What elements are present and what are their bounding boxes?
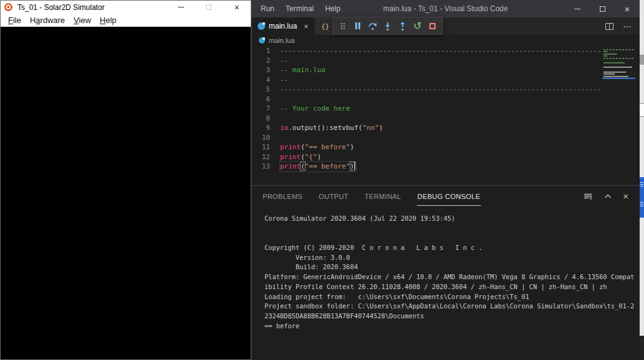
- gripper-icon: [340, 22, 345, 30]
- simulator-window-title: Ts_01 - Solar2D Simulator: [17, 3, 105, 12]
- code-editor[interactable]: 1---------------------------------------…: [251, 45, 640, 185]
- breadcrumb-item-file[interactable]: main.lua: [269, 37, 295, 44]
- line-number[interactable]: 2: [251, 56, 270, 66]
- code-line[interactable]: 2--: [251, 56, 601, 66]
- step-out-button[interactable]: [395, 18, 410, 34]
- code-line[interactable]: 5---------------------------------------…: [251, 85, 601, 95]
- solar2d-simulator-window: Ts_01 - Solar2D Simulator × FileHardware…: [0, 0, 251, 360]
- line-number[interactable]: 7: [251, 104, 270, 114]
- tab-main-lua[interactable]: main.lua ×: [251, 17, 315, 35]
- more-actions-icon[interactable]: ⋯: [623, 22, 632, 30]
- line-number[interactable]: 12: [251, 152, 270, 162]
- screen: RunTerminalHelp main.lua - Ts_01 - Visua…: [0, 0, 644, 360]
- step-into-button[interactable]: [380, 18, 395, 34]
- code-line[interactable]: 9io.output():setvbuf("no"): [251, 123, 601, 133]
- minimize-icon: [178, 7, 184, 7]
- minimap-line: [604, 72, 626, 73]
- step-over-button[interactable]: [365, 18, 380, 34]
- vscode-maximize-button[interactable]: [590, 0, 615, 17]
- code-line[interactable]: 11print("== before"): [251, 142, 601, 152]
- simulator-titlebar[interactable]: Ts_01 - Solar2D Simulator ×: [1, 1, 251, 14]
- panel-tab-terminal[interactable]: TERMINAL: [364, 187, 402, 206]
- line-number[interactable]: 13: [251, 162, 270, 172]
- line-number[interactable]: 3: [251, 65, 270, 75]
- lua-file-icon: [259, 37, 265, 44]
- clear-console-icon[interactable]: [583, 192, 593, 201]
- simulator-maximize-button[interactable]: [195, 1, 223, 14]
- line-number[interactable]: 4: [251, 75, 270, 85]
- panel-tab-output[interactable]: OUTPUT: [318, 187, 349, 206]
- console-line: [264, 233, 637, 243]
- line-number[interactable]: 9: [251, 123, 270, 133]
- minimap-line: [604, 69, 634, 70]
- code-line[interactable]: 4--: [251, 75, 601, 85]
- line-number[interactable]: 11: [251, 142, 270, 152]
- pause-button[interactable]: [350, 18, 365, 34]
- panel-header: PROBLEMSOUTPUTTERMINALDEBUG CONSOLE ×: [251, 186, 640, 206]
- background-window-edge[interactable]: [640, 0, 644, 360]
- line-number[interactable]: 10: [251, 133, 270, 143]
- vscode-close-button[interactable]: ×: [615, 0, 640, 17]
- step-over-icon: [368, 21, 378, 31]
- menu-file[interactable]: File: [4, 16, 26, 25]
- menu-help[interactable]: Help: [319, 4, 346, 13]
- text-cursor: [354, 162, 355, 170]
- minimap-line: [604, 65, 634, 66]
- background-scrollbar-thumb: [640, 103, 644, 117]
- minimap[interactable]: [602, 45, 636, 185]
- stop-button[interactable]: [425, 18, 440, 34]
- solar2d-app-icon: [4, 3, 12, 11]
- code-line[interactable]: 6: [251, 95, 601, 104]
- console-line: Version: 3.0.0: [264, 253, 637, 263]
- split-editor-icon[interactable]: [605, 23, 614, 30]
- simulator-minimize-button[interactable]: [167, 1, 195, 14]
- code-line[interactable]: 10: [251, 133, 601, 143]
- simulator-menubar: FileHardwareViewHelp: [1, 14, 251, 27]
- minimap-line: [604, 60, 634, 62]
- console-line: [264, 224, 637, 234]
- background-window-segment: [640, 55, 644, 65]
- code-line[interactable]: 13print("== before"): [251, 162, 601, 172]
- minimap-line: [604, 62, 625, 63]
- menu-help[interactable]: Help: [95, 16, 121, 25]
- tab-close-icon[interactable]: ×: [304, 22, 309, 31]
- debug-console-output[interactable]: Corona Simulator 2020.3604 (Jul 22 2020 …: [264, 214, 637, 360]
- code-lines: 1---------------------------------------…: [251, 46, 601, 172]
- console-line: Platform: GenericAndroidDevice / x64 / 1…: [264, 272, 637, 282]
- restart-button[interactable]: ↺: [410, 18, 425, 34]
- vscode-minimize-button[interactable]: [565, 0, 590, 17]
- code-line[interactable]: 7-- Your code here: [251, 104, 601, 114]
- vscode-titlebar[interactable]: RunTerminalHelp main.lua - Ts_01 - Visua…: [251, 0, 640, 17]
- code-line[interactable]: 3-- main.lua: [251, 65, 601, 75]
- line-number[interactable]: 8: [251, 114, 270, 124]
- background-blue-badge[interactable]: [640, 177, 644, 218]
- editor-actions: ⋯: [605, 17, 640, 35]
- code-line[interactable]: 8: [251, 114, 601, 124]
- step-into-icon: [383, 21, 393, 31]
- code-line[interactable]: 12print("{"): [251, 152, 601, 162]
- menu-hardware[interactable]: Hardware: [26, 16, 69, 25]
- vscode-menubar: RunTerminalHelp: [251, 4, 346, 13]
- maximize-panel-icon[interactable]: [604, 192, 612, 201]
- console-line: Project sandbox folder: C:\Users\sxf\App…: [264, 302, 637, 312]
- tab-bar: main.lua × {} la ⋯: [251, 17, 640, 35]
- menu-run[interactable]: Run: [255, 4, 280, 13]
- menu-terminal[interactable]: Terminal: [280, 4, 319, 13]
- vscode-window-title: main.lua - Ts_01 - Visual Studio Code: [383, 4, 508, 13]
- simulator-screen[interactable]: [1, 27, 250, 359]
- line-number[interactable]: 5: [251, 85, 270, 95]
- menu-view[interactable]: View: [69, 16, 95, 25]
- tab-label: main.lua: [269, 22, 297, 30]
- bottom-panel: PROBLEMSOUTPUTTERMINALDEBUG CONSOLE × Co…: [251, 185, 640, 360]
- panel-tabs: PROBLEMSOUTPUTTERMINALDEBUG CONSOLE: [262, 187, 496, 206]
- line-number[interactable]: 1: [251, 46, 270, 56]
- code-line[interactable]: 1---------------------------------------…: [251, 46, 601, 56]
- line-number[interactable]: 6: [251, 95, 270, 104]
- simulator-close-button[interactable]: ×: [223, 1, 251, 14]
- close-panel-icon[interactable]: ×: [623, 192, 628, 201]
- panel-tab-debug-console[interactable]: DEBUG CONSOLE: [417, 187, 481, 206]
- toolbar-drag-handle[interactable]: [335, 18, 350, 34]
- step-out-icon: [398, 21, 408, 31]
- panel-tab-problems[interactable]: PROBLEMS: [262, 187, 303, 206]
- breadcrumb: main.lua: [251, 35, 640, 45]
